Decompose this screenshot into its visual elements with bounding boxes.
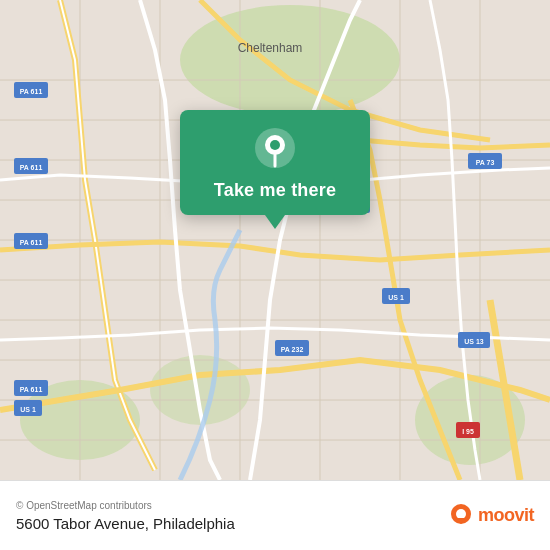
svg-text:Cheltenham: Cheltenham [238,41,303,55]
svg-text:PA 611: PA 611 [20,88,43,95]
svg-text:PA 232: PA 232 [281,346,304,353]
map-attribution: © OpenStreetMap contributors [16,500,437,511]
location-pin-icon [253,126,297,170]
svg-text:US 1: US 1 [20,406,36,413]
address-label: 5600 Tabor Avenue, Philadelphia [16,515,437,532]
navigation-card: Take me there [180,110,370,215]
bottom-bar: © OpenStreetMap contributors 5600 Tabor … [0,480,550,550]
svg-text:PA 611: PA 611 [20,164,43,171]
svg-text:US 13: US 13 [464,338,484,345]
moovit-logo: moovit [447,502,534,530]
svg-text:US 1: US 1 [388,294,404,301]
svg-text:PA 611: PA 611 [20,386,43,393]
svg-text:PA 73: PA 73 [476,159,495,166]
take-me-there-button[interactable]: Take me there [214,180,336,201]
svg-text:I 95: I 95 [462,428,474,435]
svg-point-46 [270,140,280,150]
svg-point-1 [180,5,400,115]
moovit-label: moovit [478,505,534,526]
address-section: © OpenStreetMap contributors 5600 Tabor … [16,500,437,532]
svg-point-48 [456,509,466,519]
svg-text:PA 611: PA 611 [20,239,43,246]
map-container: Cheltenham PA 611 PA 611 PA 611 PA 611 P… [0,0,550,480]
moovit-pin-icon [447,502,475,530]
